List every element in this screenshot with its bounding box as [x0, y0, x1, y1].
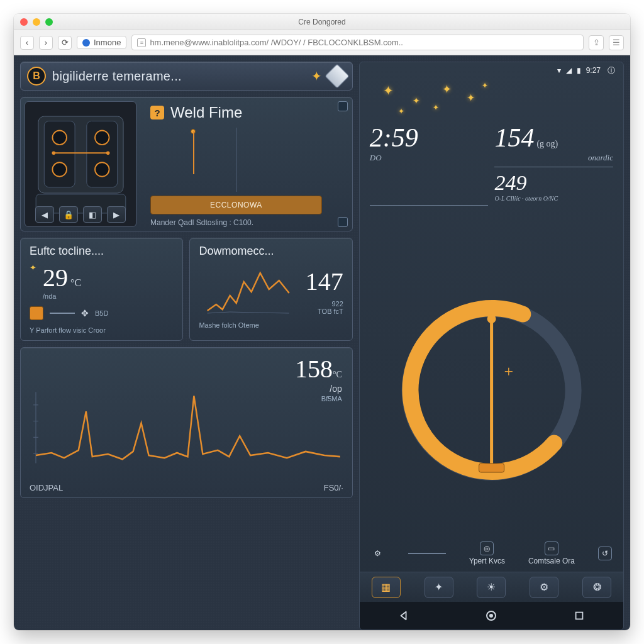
tile-badge: B5D	[95, 309, 108, 317]
spectrum-ticks: OIDJPAL FS0/·	[30, 483, 343, 492]
menu-button[interactable]: ☰	[609, 35, 624, 50]
ring-sync-button[interactable]: ↺	[598, 547, 612, 560]
softkey-recents[interactable]	[570, 607, 588, 625]
share-button[interactable]: ⇪	[589, 35, 604, 50]
weld-title-row: ? Weld Fime	[150, 104, 322, 121]
svg-point-18	[487, 314, 496, 323]
softkey-back[interactable]	[395, 607, 413, 625]
target-icon: ◎	[480, 541, 494, 555]
weld-gauges	[150, 128, 322, 192]
spectrum-chart	[30, 386, 343, 476]
tile-dowmo[interactable]: Dowmomecc... 147 922 TOB fcT	[189, 238, 352, 341]
ring-slider[interactable]	[408, 553, 446, 554]
gauge-1	[150, 128, 236, 192]
tile-euftc[interactable]: Euftc tocline.... ✦ 29°C /nda ✥	[20, 238, 183, 341]
url-text: hm.mene@www.inablolitpa.com/ /WDOY/ / FB…	[150, 38, 403, 47]
phone-statusbar: ▾ ◢ ▮ 9:27 ⓘ	[360, 62, 623, 79]
heat-icon[interactable]	[338, 217, 348, 227]
forward-button[interactable]: ›	[39, 36, 53, 50]
tab-settings[interactable]: ⚙	[530, 577, 558, 598]
tile-footer: Y Parfort flow visic Croor	[30, 326, 174, 334]
svg-point-4	[95, 130, 109, 145]
ring-label-left: Ypert Kvcs	[469, 557, 505, 565]
weld-side-icons	[337, 101, 348, 227]
weld-status-banner[interactable]: ECCLONOWA	[150, 196, 322, 214]
weld-subtitle: Mander Qadl Sdtosling : C100.	[150, 218, 322, 227]
mode-button[interactable]	[328, 67, 346, 85]
tile-divider-icon	[50, 313, 75, 314]
progress-ring[interactable]: + ⚙ ◎ Ypert Kvcs ▭ Comtsale Ora	[360, 209, 623, 572]
tab-sun[interactable]: ☀	[477, 577, 506, 598]
tile-sublabel: TOB fcT	[318, 308, 343, 315]
svg-rect-20	[479, 464, 504, 472]
tile-subunit: /nda	[43, 292, 81, 300]
minimize-window-button[interactable]	[33, 18, 40, 26]
site-identity-icon	[82, 39, 90, 47]
metric-top-left: 2:59 DO	[370, 123, 489, 206]
dashboard-title: bigiliderre temerame...	[52, 69, 305, 84]
ring-right-label-group[interactable]: ▭ Comtsale Ora	[528, 541, 575, 565]
illus-camera-button[interactable]: ◧	[83, 206, 102, 223]
ring-label-right: Comtsale Ora	[528, 557, 575, 565]
site-chip[interactable]: Inmone	[77, 36, 126, 49]
tile-title: Dowmomecc...	[199, 245, 343, 258]
illus-lock-button[interactable]: 🔒	[59, 206, 78, 223]
close-window-button[interactable]	[20, 18, 28, 26]
tile-value: 29°C	[43, 263, 81, 292]
svg-text:+: +	[504, 362, 513, 380]
tab-spark[interactable]: ✦	[425, 577, 453, 598]
browser-toolbar: ‹ › ⟳ Inmone ≡ hm.mene@www.inablolitpa.c…	[14, 30, 630, 55]
dashboard-header: B bigiliderre temerame... ✦	[20, 62, 353, 91]
maximize-window-button[interactable]	[45, 18, 53, 26]
metric-bottom-right: 249 O-L CIliic · oteorn O/NC	[494, 167, 613, 206]
ring-settings-button[interactable]: ⚙	[371, 547, 385, 560]
battery-icon: ▮	[577, 66, 581, 75]
svg-point-3	[52, 130, 67, 145]
directional-pad-icon[interactable]: ✥	[81, 308, 89, 318]
cool-icon[interactable]	[338, 101, 348, 111]
softkey-home[interactable]	[482, 607, 500, 625]
spectrum-panel: 158°C /op Bf5MA OIDJPAL	[20, 347, 353, 498]
svg-point-22	[489, 614, 493, 618]
clipboard-icon: ▭	[545, 541, 558, 555]
browser-window: Cre Dongored ‹ › ⟳ Inmone ≡ hm.mene@www.…	[14, 14, 630, 630]
tab-flame[interactable]: ❂	[582, 577, 611, 598]
android-softkeys	[360, 602, 623, 630]
tab-home[interactable]: ▦	[372, 577, 401, 598]
ring-left-label-group[interactable]: ◎ Ypert Kvcs	[469, 541, 505, 565]
tile-subvalue: 922	[331, 300, 343, 308]
back-button[interactable]: ‹	[20, 36, 34, 50]
device-illustration: ◀ 🔒 ◧ ▶	[25, 101, 136, 227]
svg-point-9	[106, 151, 109, 155]
tile-color-chip	[30, 306, 43, 320]
svg-point-6	[95, 162, 109, 177]
illustration-controls: ◀ 🔒 ◧ ▶	[25, 206, 136, 223]
illus-next-button[interactable]: ▶	[107, 206, 126, 223]
info-icon[interactable]: ⓘ	[606, 65, 617, 76]
svg-rect-23	[576, 613, 583, 619]
weld-panel: ◀ 🔒 ◧ ▶ ? Weld Fime	[20, 97, 353, 231]
spectrum-tick-right: FS0/·	[324, 483, 343, 492]
app-logo: B	[27, 67, 46, 86]
sparkle-decoration: ✦ ✦ ✦ ✦ ✦ ✦ ✦	[369, 79, 614, 123]
star-icon: ✦	[311, 69, 322, 84]
signal-icon: ◢	[566, 66, 572, 75]
metric-tiles-row: Euftc tocline.... ✦ 29°C /nda ✥	[20, 238, 353, 341]
window-title: Cre Dongored	[14, 18, 630, 26]
status-time: 9:27	[586, 66, 601, 75]
tile-iconrow: ✥ B5D	[30, 306, 174, 320]
app-content: B bigiliderre temerame... ✦	[14, 55, 630, 630]
phone-preview-pane: ▾ ◢ ▮ 9:27 ⓘ ✦ ✦ ✦ ✦ ✦ ✦ ✦ 2:	[359, 55, 630, 630]
metric-top-right: 154(g og) onardic	[494, 123, 613, 167]
illus-prev-button[interactable]: ◀	[35, 206, 54, 223]
phone-metrics: 2:59 DO 154(g og) onardic 249 O-L CIliic…	[360, 123, 623, 209]
gauge-2	[236, 128, 322, 192]
weld-title: Weld Fime	[170, 104, 242, 121]
reload-button[interactable]: ⟳	[58, 36, 72, 50]
phone-frame: ▾ ◢ ▮ 9:27 ⓘ ✦ ✦ ✦ ✦ ✦ ✦ ✦ 2:	[359, 62, 624, 630]
ring-controls: ⚙ ◎ Ypert Kvcs ▭ Comtsale Ora ↺	[360, 541, 623, 565]
address-bar[interactable]: ≡ hm.mene@www.inablolitpa.com/ /WDOY/ / …	[131, 35, 584, 50]
spectrum-tick-left: OIDJPAL	[30, 483, 63, 492]
dashboard-pane: B bigiliderre temerame... ✦	[14, 55, 359, 630]
help-icon[interactable]: ?	[150, 106, 164, 119]
